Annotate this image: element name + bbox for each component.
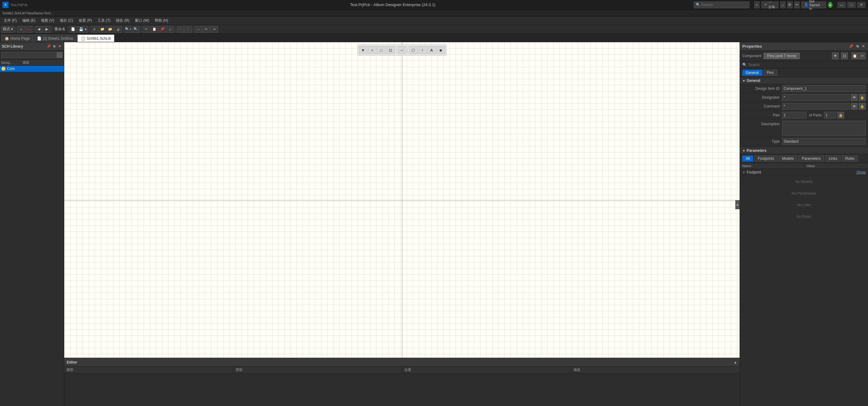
lib-row-com[interactable]: 🟡 Com	[0, 66, 64, 72]
tab-home-page[interactable]: 🏠 Home Page	[1, 35, 33, 42]
type-select[interactable]: Standard Power	[782, 138, 866, 145]
general-section-header[interactable]: ▼ General	[740, 77, 868, 84]
menu-file[interactable]: 文件 (F)	[1, 18, 19, 24]
tab-general[interactable]: General	[742, 70, 762, 76]
settings-btn[interactable]: ⚙	[787, 2, 793, 8]
menu-edit[interactable]: 编辑 (E)	[20, 18, 38, 24]
prev-btn[interactable]: ◀	[35, 26, 42, 33]
designator-lock-btn[interactable]: 🔒	[859, 94, 866, 101]
remove-component-btn[interactable]: —	[25, 26, 32, 33]
folder-btn[interactable]: 📁	[99, 26, 106, 33]
redo-btn[interactable]: ↪	[211, 26, 218, 33]
undo-btn[interactable]: ↩	[203, 26, 210, 33]
menu-tools[interactable]: 工具 (T)	[95, 18, 113, 24]
part-select[interactable]: 1	[782, 112, 807, 119]
comp-filter-btn2[interactable]: ⊡	[841, 53, 848, 59]
file-btn[interactable]: 📄	[69, 26, 77, 33]
comp-action-edit[interactable]: ✏	[859, 53, 866, 59]
left-panel-pin-btn[interactable]: 📌	[46, 44, 51, 49]
bottom-panel-collapse[interactable]: ▲	[734, 360, 737, 365]
rubber-stamp-btn[interactable]: □	[167, 26, 174, 33]
comment-lock-btn[interactable]: 🔒	[859, 103, 866, 110]
menu-view[interactable]: 视图 (V)	[38, 18, 57, 24]
of-parts-lock-btn[interactable]: 🔒	[837, 112, 844, 119]
sch-rect-btn[interactable]: ⊡	[386, 46, 395, 54]
params-tab-rules[interactable]: Rules	[842, 156, 858, 162]
comp-filter-btn[interactable]: ▼	[832, 53, 839, 59]
design-item-id-input[interactable]	[782, 85, 866, 92]
parameters-section-header[interactable]: ▼ Parameters	[740, 147, 868, 154]
rename-btn[interactable]: 重命名	[53, 27, 67, 32]
description-textarea[interactable]	[782, 121, 866, 136]
sch-fill-btn[interactable]: ■	[437, 46, 445, 54]
next-btn[interactable]: ▶	[43, 26, 51, 33]
comp-action-copy[interactable]: 📋	[851, 53, 858, 59]
save-dropdown[interactable]: 💾 ▾	[78, 26, 88, 33]
tab-schlib1[interactable]: 📋 Schlib1.SchLib	[78, 35, 114, 42]
sch-line-btn[interactable]: /	[418, 46, 427, 54]
params-tab-parameters[interactable]: Parameters	[798, 156, 824, 162]
tab-pins[interactable]: Pins	[764, 70, 777, 76]
share-btn[interactable]: ↗↗ 分享	[761, 2, 778, 8]
print-btn[interactable]: 🖨	[115, 26, 122, 33]
collapse-center-btn[interactable]: ▲	[735, 200, 740, 209]
right-panel-close-btn[interactable]: ✕	[861, 44, 866, 48]
add-component-btn[interactable]: +	[17, 26, 25, 33]
global-search-box[interactable]: 🔍	[694, 2, 749, 8]
maximize-button[interactable]: □	[847, 2, 856, 8]
paste-btn[interactable]: 📌	[159, 26, 166, 33]
comment-eye-btn[interactable]: 👁	[851, 103, 858, 110]
params-tab-all[interactable]: All	[742, 156, 753, 162]
zoom-out-btn[interactable]: 🔍-	[133, 26, 140, 33]
pins-more-btn[interactable]: Pins (and 7 more)	[764, 53, 800, 59]
edit-btn[interactable]: ✏	[794, 2, 800, 8]
status-green-dot[interactable]: ●	[828, 2, 833, 8]
right-panel-float-btn[interactable]: ⧉	[856, 44, 860, 48]
tb-btn-extra1[interactable]: ⋯	[177, 26, 184, 33]
footprint-show-link[interactable]: Show	[857, 170, 866, 174]
menu-report[interactable]: 报告 (R)	[114, 18, 132, 24]
canvas-area[interactable]: ▼ + □ ⊡ ↔ ⬡ / A ■ ▲	[64, 42, 740, 358]
designator-eye-btn[interactable]: 👁	[851, 94, 858, 101]
sch-text-btn[interactable]: A	[427, 46, 436, 54]
params-tab-links[interactable]: Links	[825, 156, 840, 162]
left-panel-float-btn[interactable]: ⧉	[52, 44, 57, 49]
tab-sheet1[interactable]: 📄 [1] Sheet1.SchDoc	[34, 35, 77, 42]
zoom-in-btn[interactable]: 🔍+	[125, 26, 132, 33]
global-search-input[interactable]	[701, 3, 747, 7]
lib-search-btn[interactable]: …	[57, 52, 63, 58]
sch-filter-btn[interactable]: ▼	[359, 46, 368, 54]
grid-btn[interactable]: #	[91, 26, 98, 33]
right-panel-pin-btn[interactable]: 📌	[848, 44, 854, 48]
close-button[interactable]: ✕	[857, 2, 866, 8]
params-tab-footprints[interactable]: Footprints	[754, 156, 777, 162]
lib-search-input[interactable]	[1, 52, 56, 58]
mode-dropdown[interactable]: 模式 ▾	[1, 26, 14, 33]
sch-arrow-btn[interactable]: ↔	[398, 46, 406, 54]
tb-btn-extra3[interactable]: ↔	[195, 26, 202, 33]
sch-select-btn[interactable]: □	[377, 46, 386, 54]
params-tab-models[interactable]: Models	[779, 156, 797, 162]
tb-btn-extra2[interactable]: ⋮	[185, 26, 192, 33]
user-btn[interactable]: 👤 Not Signed In	[801, 2, 826, 8]
menu-place[interactable]: 放置 (P)	[76, 18, 94, 24]
new-btn[interactable]: +	[754, 2, 760, 8]
designator-input[interactable]	[782, 94, 850, 101]
sch-hex-btn[interactable]: ⬡	[409, 46, 417, 54]
prop-search-input[interactable]	[748, 63, 866, 67]
of-parts-input[interactable]	[824, 112, 836, 119]
folder-open-btn[interactable]: 📂	[107, 26, 114, 33]
menu-window[interactable]: 窗口 (W)	[132, 18, 152, 24]
copy-btn[interactable]: 📋	[151, 26, 158, 33]
sch-add-btn[interactable]: +	[368, 46, 377, 54]
menu-help[interactable]: 帮助 (H)	[152, 18, 170, 24]
home-nav-btn[interactable]: ⌂	[780, 2, 785, 8]
menu-project[interactable]: 项目 (C)	[57, 18, 75, 24]
left-panel-controls: 📌 ⧉ ✕	[46, 44, 62, 49]
minimize-button[interactable]: —	[837, 2, 846, 8]
prop-value-type: Standard Power	[782, 138, 866, 145]
cut-btn[interactable]: ✂	[143, 26, 150, 33]
footprint-row: ▼ Footprint Show	[740, 169, 868, 176]
comment-input[interactable]	[782, 103, 850, 110]
left-panel-close-btn[interactable]: ✕	[57, 44, 62, 49]
